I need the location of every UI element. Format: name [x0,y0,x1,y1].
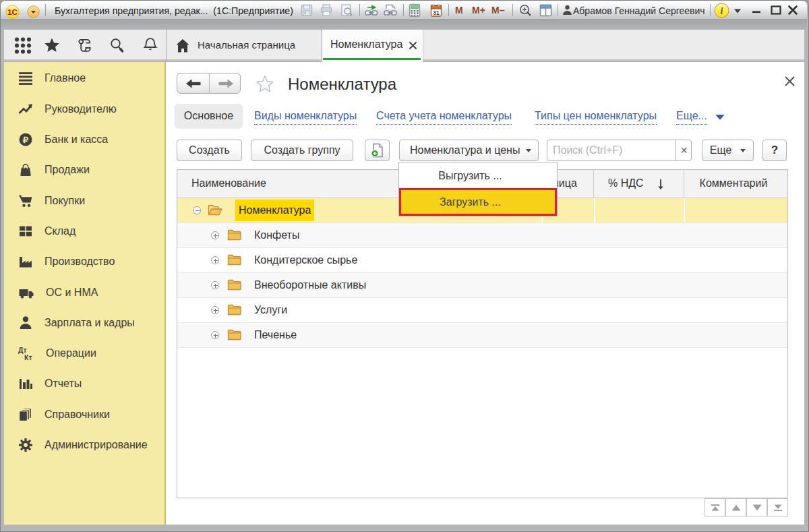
svg-text:31: 31 [433,9,440,16]
svg-text:₽: ₽ [23,134,29,144]
svg-text:Кт: Кт [24,353,32,361]
svg-text:1С: 1С [7,7,18,16]
svg-text:i: i [721,6,723,16]
